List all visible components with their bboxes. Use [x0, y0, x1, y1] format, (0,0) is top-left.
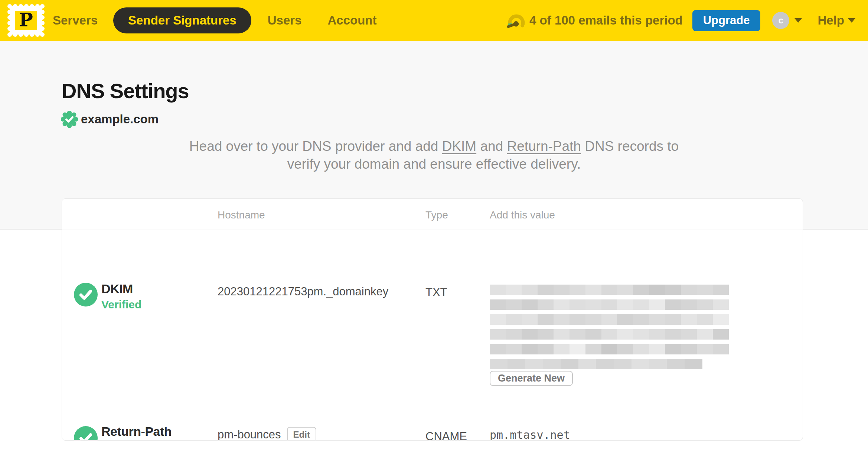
page-title: DNS Settings	[62, 79, 189, 103]
return-path-link[interactable]: Return-Path	[507, 139, 581, 154]
column-header-add-this-value: Add this value	[490, 209, 555, 221]
edit-button[interactable]: Edit	[287, 427, 316, 441]
redacted-value-bar	[490, 359, 702, 369]
redacted-value-bar	[490, 285, 729, 295]
column-header-hostname: Hostname	[218, 209, 265, 221]
help-label: Help	[818, 13, 844, 27]
status-badge: Verified	[101, 298, 141, 311]
hostname-cell: 20230121221753pm._domainkey	[218, 285, 388, 298]
account-menu[interactable]: c	[772, 12, 802, 29]
instruction-line2: verify your domain and ensure effective …	[287, 156, 581, 172]
type-cell: CNAME	[425, 430, 467, 441]
redacted-dns-value	[490, 285, 729, 374]
record-name-block: DKIM Verified	[101, 282, 141, 311]
hostname-cell: pm-bounces Edit	[218, 427, 316, 441]
chevron-down-icon	[848, 18, 855, 23]
nav-item-servers[interactable]: Servers	[53, 13, 98, 27]
help-menu[interactable]: Help	[818, 13, 855, 27]
verified-seal-icon	[61, 111, 78, 128]
postmark-logo-icon[interactable]: P	[7, 3, 45, 38]
top-navigation-bar: P Servers Sender Signatures Users Accoun…	[0, 0, 868, 41]
record-name: DKIM	[101, 282, 141, 296]
instruction-line1-pre: Head over to your DNS provider and add	[189, 139, 442, 154]
usage-gauge-icon	[507, 12, 526, 29]
row-divider	[62, 375, 803, 375]
hostname-value: 20230121221753pm._domainkey	[218, 285, 388, 298]
verified-domain: example.com	[61, 111, 159, 128]
redacted-value-bar	[490, 329, 729, 340]
hostname-value: pm-bounces	[218, 428, 281, 441]
column-header-type: Type	[425, 209, 448, 221]
generate-new-button[interactable]: Generate New	[490, 371, 573, 386]
redacted-value-bar	[490, 299, 729, 310]
page: P Servers Sender Signatures Users Accoun…	[0, 0, 868, 454]
redacted-value-bar	[490, 344, 729, 354]
svg-text:P: P	[19, 9, 33, 31]
record-name-block: Return-Path Verified	[101, 424, 172, 441]
topbar-right-cluster: 4 of 100 emails this period Upgrade c He…	[507, 10, 855, 31]
chevron-down-icon	[794, 18, 802, 23]
table-header-row: Hostname Type Add this value	[62, 199, 803, 230]
instruction-line1-post: DNS records to	[581, 139, 679, 154]
type-cell: TXT	[425, 286, 447, 299]
main-nav: Servers Sender Signatures Users Account	[45, 7, 376, 33]
instruction-line1-mid: and	[476, 139, 507, 154]
dns-records-card: Hostname Type Add this value DKIM Verifi…	[62, 198, 803, 441]
avatar[interactable]: c	[772, 12, 789, 29]
nav-item-users[interactable]: Users	[268, 13, 302, 27]
nav-item-sender-signatures-active[interactable]: Sender Signatures	[113, 7, 251, 33]
verified-check-icon	[74, 283, 98, 307]
domain-name: example.com	[81, 112, 159, 126]
dkim-link[interactable]: DKIM	[442, 139, 477, 154]
nav-item-account[interactable]: Account	[327, 13, 376, 27]
usage-counter: 4 of 100 emails this period	[529, 13, 683, 27]
instruction-text: Head over to your DNS provider and add D…	[0, 137, 868, 173]
dns-value: pm.mtasv.net	[490, 428, 570, 441]
redacted-value-bar	[490, 314, 729, 325]
upgrade-button[interactable]: Upgrade	[692, 10, 761, 31]
verified-check-icon	[74, 426, 98, 441]
record-name: Return-Path	[101, 424, 172, 439]
